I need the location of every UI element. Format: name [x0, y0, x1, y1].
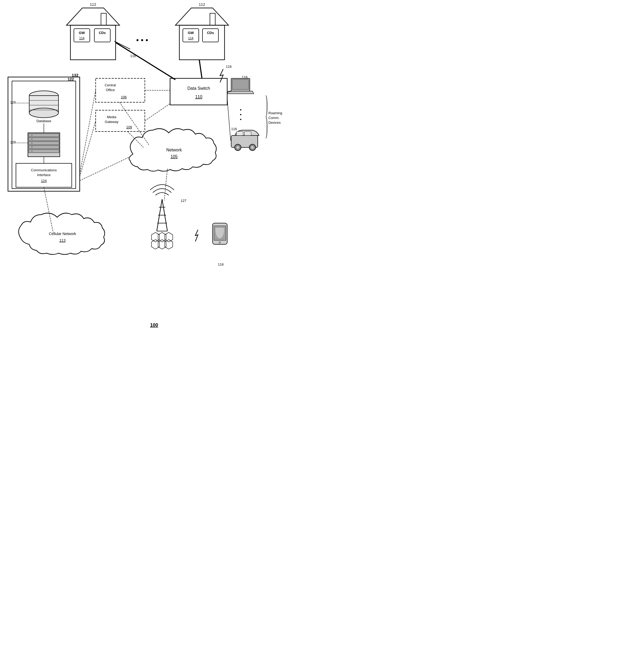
svg-rect-40 — [29, 149, 59, 153]
svg-text:Interface: Interface — [37, 173, 51, 177]
house1-icon: GW 114 CDs 112 — [66, 2, 130, 60]
svg-text:105: 105 — [171, 154, 178, 159]
svg-text:Network: Network — [166, 148, 182, 152]
svg-text:132: 132 — [72, 73, 78, 77]
central-office-box: Central Office 106 — [96, 78, 145, 102]
svg-marker-9 — [175, 8, 228, 25]
svg-rect-10 — [179, 25, 225, 60]
svg-point-90 — [219, 242, 221, 244]
house2-icon: GW 114 CDs 112 — [175, 2, 228, 60]
svg-line-104 — [80, 121, 96, 177]
svg-point-43 — [31, 142, 33, 144]
svg-point-44 — [31, 146, 33, 148]
svg-text:110: 110 — [195, 94, 202, 99]
svg-rect-69 — [236, 131, 243, 135]
svg-text:Devices: Devices — [268, 120, 281, 124]
svg-rect-11 — [210, 13, 215, 25]
svg-point-45 — [31, 150, 33, 152]
svg-text:116: 116 — [218, 262, 224, 266]
svg-line-95 — [199, 60, 202, 78]
svg-text:GW: GW — [188, 31, 194, 35]
diagram-number: 100 — [150, 322, 158, 328]
svg-text:116: 116 — [130, 54, 136, 58]
svg-text:114: 114 — [79, 36, 84, 40]
svg-text:Comm.: Comm. — [268, 116, 279, 120]
svg-point-25 — [29, 108, 58, 118]
data-switch-box: Data Switch 110 — [170, 78, 227, 105]
svg-text:Roaming: Roaming — [268, 111, 282, 115]
car-icon — [231, 130, 259, 150]
svg-point-72 — [236, 146, 239, 149]
cellular-network-cloud: Cellular Network 113 — [19, 213, 105, 255]
svg-text:CDs: CDs — [99, 31, 106, 35]
svg-text:127: 127 — [181, 199, 187, 203]
svg-line-106 — [80, 157, 130, 181]
svg-text:116: 116 — [226, 64, 232, 68]
svg-text:•: • — [240, 107, 241, 113]
server-box: 132 122 Database 126 128 — [8, 73, 80, 191]
svg-text:113: 113 — [59, 238, 66, 243]
svg-rect-70 — [244, 131, 251, 135]
svg-marker-0 — [66, 8, 120, 25]
mobile-phone-icon — [213, 223, 227, 244]
svg-point-41 — [31, 134, 33, 136]
lightning-bolt-2 — [195, 230, 198, 242]
svg-text:Communications: Communications — [31, 168, 57, 172]
svg-line-99 — [145, 103, 170, 121]
svg-line-101 — [128, 131, 144, 147]
svg-text:Office: Office — [106, 88, 115, 92]
lightning-bolt-1 — [220, 69, 223, 82]
svg-text:• • •: • • • — [136, 36, 148, 44]
svg-text:Gateway: Gateway — [105, 120, 119, 124]
svg-text:112: 112 — [90, 2, 96, 7]
cell-tower-icon — [150, 185, 174, 249]
svg-text:114: 114 — [188, 36, 193, 40]
svg-line-103 — [80, 90, 96, 174]
svg-rect-67 — [232, 79, 249, 89]
svg-point-74 — [251, 146, 254, 149]
svg-rect-51 — [96, 78, 145, 102]
svg-line-105 — [44, 187, 53, 233]
svg-text:109: 109 — [126, 125, 132, 129]
svg-rect-39 — [29, 145, 59, 149]
svg-text:122: 122 — [68, 77, 74, 81]
svg-text:126: 126 — [10, 100, 16, 104]
svg-text:112: 112 — [199, 2, 205, 7]
svg-text:Database: Database — [36, 119, 51, 123]
svg-line-94 — [116, 42, 175, 80]
svg-text:116: 116 — [242, 75, 248, 79]
svg-text:GW: GW — [79, 31, 85, 35]
svg-text:•: • — [240, 117, 241, 122]
svg-rect-36 — [29, 133, 59, 137]
svg-text:Media: Media — [107, 115, 117, 119]
svg-rect-59 — [170, 78, 227, 105]
svg-text:106: 106 — [121, 95, 127, 99]
diagram-container: GW 114 CDs 112 GW 114 CDs 112 — [0, 0, 308, 336]
svg-point-42 — [31, 138, 33, 140]
svg-rect-37 — [29, 137, 59, 141]
svg-text:124: 124 — [41, 179, 47, 183]
svg-text:CDs: CDs — [207, 31, 214, 35]
svg-text:116: 116 — [231, 127, 237, 131]
svg-text:Central: Central — [105, 83, 116, 87]
svg-text:•: • — [240, 112, 241, 117]
svg-line-97 — [227, 98, 231, 141]
roaming-devices-label: Roaming Comm. Devices — [266, 96, 282, 138]
svg-text:Data Switch: Data Switch — [187, 86, 210, 90]
svg-rect-1 — [70, 25, 116, 60]
svg-rect-38 — [29, 141, 59, 145]
svg-rect-2 — [101, 13, 106, 25]
svg-text:128: 128 — [10, 140, 16, 144]
